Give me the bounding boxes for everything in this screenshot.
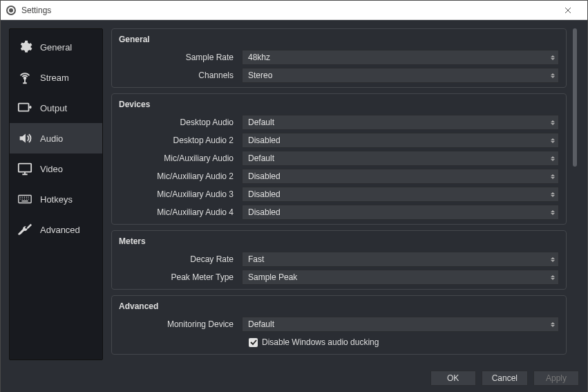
combo-decay-rate[interactable]: Fast: [242, 252, 559, 267]
spinner-icon: [549, 170, 557, 183]
checkbox-label: Disable Windows audio ducking: [262, 337, 379, 347]
sidebar-item-label: Output: [40, 103, 67, 113]
titlebar: Settings: [1, 1, 587, 20]
combo-value: 48khz: [248, 53, 270, 62]
group-general: General Sample Rate 48khz Channe: [111, 28, 567, 88]
combo-desktop-audio[interactable]: Default: [242, 115, 559, 130]
check-icon: [250, 339, 257, 346]
tools-icon: [17, 221, 33, 238]
sidebar-item-label: Audio: [40, 133, 63, 144]
close-button[interactable]: [554, 1, 582, 20]
sidebar-item-hotkeys[interactable]: Hotkeys: [10, 184, 102, 214]
group-title: Meters: [112, 231, 566, 250]
combo-value: Default: [248, 319, 274, 329]
group-advanced: Advanced Monitoring Device Default Disab…: [111, 295, 567, 355]
sidebar-item-general[interactable]: General: [10, 32, 102, 62]
sidebar-item-label: Stream: [40, 73, 69, 83]
settings-panel: General Sample Rate 48khz Channe: [111, 28, 571, 360]
combo-mic-aux[interactable]: Default: [242, 151, 559, 166]
ok-button[interactable]: OK: [430, 371, 476, 386]
group-devices: Devices Desktop Audio Default Desktop Au…: [111, 93, 567, 225]
spinner-icon: [549, 188, 557, 200]
scrollbar[interactable]: [571, 28, 579, 360]
cancel-button[interactable]: Cancel: [482, 371, 528, 386]
keyboard-icon: [17, 191, 33, 207]
sidebar-item-video[interactable]: Video: [10, 153, 102, 184]
combo-mic-aux-3[interactable]: Disabled: [242, 187, 559, 202]
label-decay-rate: Decay Rate: [119, 254, 236, 264]
spinner-icon: [549, 134, 557, 147]
label-mic-aux-3: Mic/Auxiliary Audio 3: [119, 189, 236, 199]
combo-value: Disabled: [248, 189, 281, 199]
group-meters: Meters Decay Rate Fast Peak Meter Type S…: [111, 230, 567, 290]
spinner-icon: [549, 318, 557, 330]
label-channels: Channels: [119, 71, 236, 80]
apply-button[interactable]: Apply: [533, 371, 579, 386]
combo-channels[interactable]: Stereo: [242, 68, 559, 83]
combo-value: Sample Peak: [248, 272, 297, 282]
speaker-icon: [17, 130, 33, 147]
output-icon: [17, 100, 33, 116]
sidebar-item-label: Video: [40, 164, 63, 174]
sidebar: General Stream Output: [9, 28, 103, 360]
sidebar-item-label: Advanced: [40, 225, 80, 235]
label-desktop-audio: Desktop Audio: [119, 118, 236, 127]
group-title: Advanced: [112, 296, 566, 315]
combo-peak-meter-type[interactable]: Sample Peak: [242, 270, 559, 285]
monitor-icon: [17, 160, 33, 177]
spinner-icon: [549, 271, 557, 283]
sidebar-item-label: Hotkeys: [40, 194, 73, 205]
label-monitoring-device: Monitoring Device: [119, 319, 236, 329]
sidebar-item-output[interactable]: Output: [10, 93, 102, 123]
sidebar-item-stream[interactable]: Stream: [10, 62, 102, 93]
combo-value: Default: [248, 153, 274, 163]
label-mic-aux-2: Mic/Auxiliary Audio 2: [119, 171, 236, 181]
group-title: Devices: [112, 94, 566, 113]
window-title: Settings: [21, 6, 51, 15]
svg-rect-2: [19, 164, 31, 172]
label-mic-aux-4: Mic/Auxiliary Audio 4: [119, 207, 236, 217]
spinner-icon: [549, 152, 557, 165]
combo-value: Fast: [248, 254, 264, 264]
spinner-icon: [549, 253, 557, 265]
dialog-footer: OK Cancel Apply: [1, 368, 587, 392]
combo-desktop-audio-2[interactable]: Disabled: [242, 133, 559, 148]
scrollbar-thumb[interactable]: [573, 28, 577, 167]
sidebar-item-advanced[interactable]: Advanced: [10, 214, 102, 245]
combo-value: Stereo: [248, 71, 272, 80]
spinner-icon: [549, 116, 557, 129]
label-sample-rate: Sample Rate: [119, 53, 236, 62]
spinner-icon: [549, 51, 557, 64]
close-icon: [565, 7, 571, 14]
combo-value: Disabled: [248, 136, 281, 145]
app-icon: [6, 6, 16, 15]
spinner-icon: [549, 69, 557, 82]
combo-sample-rate[interactable]: 48khz: [242, 50, 559, 65]
settings-window: Settings General Stream: [0, 0, 588, 392]
combo-value: Disabled: [248, 171, 281, 181]
svg-rect-1: [19, 104, 29, 111]
label-peak-meter-type: Peak Meter Type: [119, 272, 236, 282]
combo-mic-aux-2[interactable]: Disabled: [242, 169, 559, 184]
combo-mic-aux-4[interactable]: Disabled: [242, 205, 559, 220]
combo-value: Disabled: [248, 207, 281, 217]
combo-monitoring-device[interactable]: Default: [242, 317, 559, 332]
label-desktop-audio-2: Desktop Audio 2: [119, 136, 236, 145]
sidebar-item-audio[interactable]: Audio: [10, 123, 102, 153]
sidebar-item-label: General: [40, 42, 72, 53]
label-mic-aux: Mic/Auxiliary Audio: [119, 153, 236, 163]
spinner-icon: [549, 206, 557, 218]
combo-value: Default: [248, 118, 274, 127]
antenna-icon: [17, 69, 33, 86]
gear-icon: [17, 39, 33, 55]
group-title: General: [112, 29, 566, 48]
checkbox-disable-ducking[interactable]: [249, 338, 258, 347]
